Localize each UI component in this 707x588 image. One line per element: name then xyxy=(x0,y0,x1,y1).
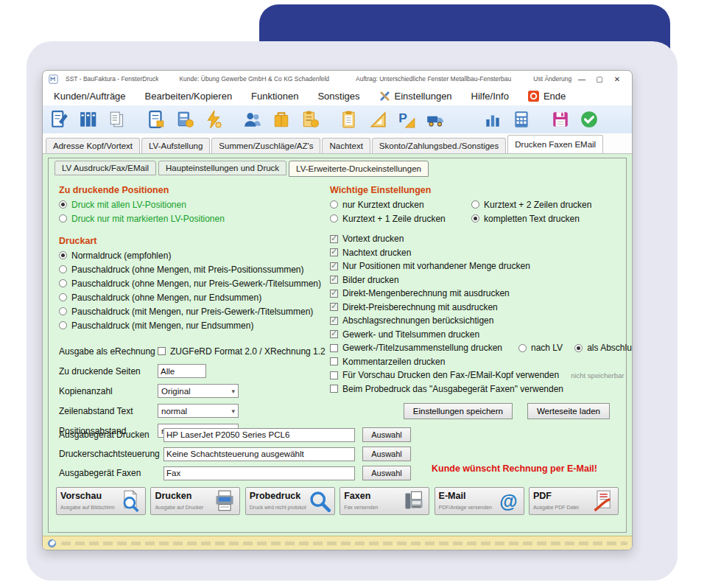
truck-icon[interactable] xyxy=(426,110,445,129)
ok-icon[interactable] xyxy=(580,110,599,129)
label-zeilenabstand: Zeilenabstand Text xyxy=(59,406,158,416)
schacht-input[interactable] xyxy=(163,447,355,461)
label-druckerschachtsteuerung: Druckerschachtsteuerung xyxy=(59,449,163,459)
fax-auswahl-button[interactable]: Auswahl xyxy=(362,466,411,480)
radio-normaldruck[interactable]: Normaldruck (empfohlen) xyxy=(59,248,328,262)
check-kommentarzeilen[interactable]: Kommentarzeilen drucken xyxy=(330,355,627,369)
check-vortext-drucken[interactable]: Vortext drucken xyxy=(330,232,627,246)
check-direkt-mengenberechnung[interactable]: Direkt-Mengenberechnung mit ausdrucken xyxy=(330,287,627,301)
menu-funktionen[interactable]: Funktionen xyxy=(242,88,308,104)
cash-register-icon[interactable] xyxy=(175,110,194,129)
clipboard-icon[interactable] xyxy=(340,110,359,129)
tab-summen-zuschlaege[interactable]: Summen/Zuschläge/AZ's xyxy=(211,138,320,153)
kopienanzahl-select[interactable]: Original▾ xyxy=(158,384,239,398)
radio-pauschal-endsummen[interactable]: Pauschaldruck (ohne Mengen, nur Endsumme… xyxy=(59,290,328,304)
row-ausgabegeraet-drucken: Ausgabegerät Drucken Auswahl xyxy=(59,425,457,444)
checkbox-zugferd[interactable]: ZUGFeRD Format 2.0 / XRechnung 1.2 xyxy=(158,346,326,357)
menu-hilfe-info[interactable]: Hilfe/Info xyxy=(462,88,518,104)
tab-skonto-zahlungsbed[interactable]: Skonto/Zahlungsbed./Sonstiges xyxy=(372,138,506,153)
menu-kunden-auftraege[interactable]: Kunden/Aufträge xyxy=(44,88,136,104)
check-abschlagsrechnungen[interactable]: Abschlagsrechnungen berücksichtigen xyxy=(330,314,627,328)
checkbox-box xyxy=(330,276,338,284)
faxen-button[interactable]: Faxen Fax versenden xyxy=(340,487,429,515)
binders-icon[interactable] xyxy=(79,110,98,129)
minimize-button[interactable]: — xyxy=(573,75,591,83)
radio-kompletten-text[interactable]: kompletten Text drucken xyxy=(471,211,627,225)
radio-als-abschluss[interactable] xyxy=(574,344,583,352)
subtab-lv-ausdruck-fax-email[interactable]: LV Ausdruck/Fax/EMail xyxy=(54,161,156,175)
users-icon[interactable] xyxy=(243,110,262,129)
vorschau-button[interactable]: Vorschau Ausgabe auf Bildschirm xyxy=(56,487,146,515)
check-bilder-drucken[interactable]: Bilder drucken xyxy=(330,273,627,287)
radio-druck-markierte-positionen[interactable]: Druck nur mit markierten LV-Positionen xyxy=(59,211,328,225)
maximize-button[interactable]: ▢ xyxy=(591,75,608,83)
radio-kurztext-2-zeilen[interactable]: Kurztext + 2 Zeilen drucken xyxy=(471,197,627,211)
fax-input[interactable] xyxy=(163,466,355,480)
label-seiten: Zu druckende Seiten xyxy=(59,366,158,377)
radio-circle xyxy=(330,214,338,223)
radio-pauschal-mengen-gewerksummen[interactable]: Pauschaldruck (mit Mengen, nur Preis-Gew… xyxy=(59,304,328,318)
radio-pauschal-positionssummen[interactable]: Pauschaldruck (ohne Mengen, mit Preis-Po… xyxy=(59,262,328,276)
copy-icon[interactable] xyxy=(108,110,127,129)
clipboard-sum-icon[interactable] xyxy=(300,110,320,129)
bar-chart-icon[interactable] xyxy=(483,110,502,129)
menu-einstellungen[interactable]: Einstellungen xyxy=(370,88,462,104)
drucker-input[interactable] xyxy=(163,428,355,442)
schacht-auswahl-button[interactable]: Auswahl xyxy=(362,447,411,461)
tab-nachtext[interactable]: Nachtext xyxy=(322,138,370,153)
check-direkt-preisberechnung[interactable]: Direkt-Preisberechnung mit ausdrucken xyxy=(330,301,627,315)
lightning-icon[interactable] xyxy=(204,110,223,129)
save-icon[interactable] xyxy=(551,110,570,129)
chevron-down-icon: ▾ xyxy=(231,388,235,395)
check-nur-positionen-mit-menge[interactable]: Nur Positionen mit vorhandener Menge dru… xyxy=(330,259,627,273)
ledger-icon[interactable] xyxy=(147,110,166,129)
set-square-icon[interactable] xyxy=(368,110,387,129)
menu-sonstiges[interactable]: Sonstiges xyxy=(308,88,369,104)
tab-drucken-faxen-email[interactable]: Drucken Faxen EMail xyxy=(507,135,603,153)
radio-nur-kurztext[interactable]: nur Kurztext drucken xyxy=(330,197,471,211)
seiten-input[interactable] xyxy=(158,364,206,378)
package-icon[interactable] xyxy=(272,110,291,129)
output-devices: Ausgabegerät Drucken Auswahl Druckerscha… xyxy=(59,425,457,483)
checkbox-box xyxy=(330,330,338,338)
pdf-button[interactable]: PDF Ausgabe PDF Datei xyxy=(529,487,619,515)
radio-kurztext-1-zeile[interactable]: Kurztext + 1 Zeile drucken xyxy=(330,211,471,225)
calculator-icon[interactable] xyxy=(512,110,531,129)
check-gewerk-titelsummen[interactable]: Gewerk- und Titelsummen drucken xyxy=(330,328,627,342)
radio-pauschal-gewerksummen[interactable]: Pauschaldruck (ohne Mengen, nur Preis-Ge… xyxy=(59,276,328,290)
radio-circle xyxy=(59,279,67,287)
exit-icon xyxy=(528,91,539,102)
werteseite-laden-button[interactable]: Werteseite laden xyxy=(527,403,610,419)
preview-icon xyxy=(119,490,141,512)
einstellungen-speichern-button[interactable]: Einstellungen speichern xyxy=(404,403,513,419)
subtab-lv-erweiterte-druckeinstellungen[interactable]: LV-Erweiterte-Druckeinstellungen xyxy=(289,161,429,177)
window-title-order: Auftrag: Unterschiedliche Fenster Metall… xyxy=(356,75,511,83)
menu-ende[interactable]: Ende xyxy=(518,88,575,104)
radio-circle xyxy=(59,293,67,301)
drucker-auswahl-button[interactable]: Auswahl xyxy=(362,427,411,442)
probedruck-button[interactable]: Probedruck Druck wird nicht protokollier… xyxy=(245,487,335,515)
radio-druck-alle-positionen[interactable]: Druck mit allen LV-Positionen xyxy=(59,197,328,211)
label-erechnung: Ausgabe als eRechnung xyxy=(59,346,158,357)
window-title-extra: Ust Änderung xyxy=(533,75,571,83)
title-bar: SST - BauFaktura - FensterDruck Kunde: Ü… xyxy=(43,71,632,87)
radio-nach-lv[interactable] xyxy=(518,344,527,352)
radio-pauschal-mengen-endsummen[interactable]: Pauschaldruck (mit Mengen, nur Endsummen… xyxy=(59,318,328,332)
check-vorschau-fax-email-kopf[interactable]: Für Vorschau Drucken den Fax-/EMail-Kopf… xyxy=(330,368,627,382)
menu-bearbeiten-kopieren[interactable]: Bearbeiten/Kopieren xyxy=(136,88,242,104)
content-area: LV Ausdruck/Fax/EMail Haupteinstellungen… xyxy=(43,154,632,536)
check-probedruck-ausgabegeraet-faxen[interactable]: Beim Probedruck das "Ausgabegerät Faxen"… xyxy=(330,382,627,396)
tab-adresse-kopf-vortext[interactable]: Adresse Kopf/Vortext xyxy=(46,138,140,153)
price-ruler-icon[interactable]: P xyxy=(397,110,416,129)
document-edit-icon[interactable] xyxy=(50,110,69,129)
check-nachtext-drucken[interactable]: Nachtext drucken xyxy=(330,246,627,260)
tab-lv-aufstellung[interactable]: LV-Aufstellung xyxy=(141,138,210,153)
close-button[interactable]: ✕ xyxy=(608,75,626,83)
subtab-haupteinstellungen[interactable]: Haupteinstellungen und Druck xyxy=(158,161,286,175)
drucken-button[interactable]: Drucken Ausgabe auf Drucker xyxy=(150,487,240,515)
check-gewerk-titelzusammenstellung[interactable]: Gewerk-/Titelzusammenstellung drucken na… xyxy=(330,341,627,355)
email-button[interactable]: E-Mail PDF/Anlage versenden @ xyxy=(435,487,524,515)
zeilenabstand-select[interactable]: normal▾ xyxy=(158,404,239,418)
chevron-down-icon: ▾ xyxy=(231,407,235,415)
checkbox-box xyxy=(330,344,338,352)
